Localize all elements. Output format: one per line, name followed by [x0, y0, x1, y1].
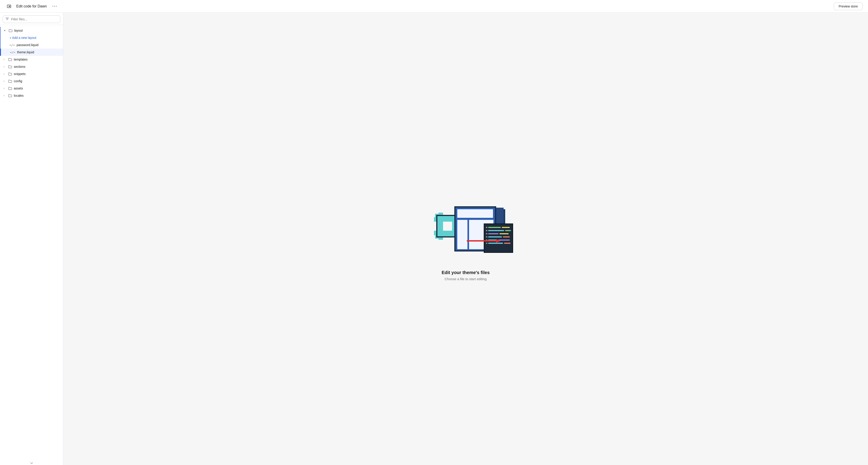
folder-icon-sections	[8, 65, 12, 68]
svg-rect-41	[503, 236, 510, 237]
svg-rect-32	[502, 227, 510, 228]
folder-snippets[interactable]: › snippets	[0, 70, 63, 77]
more-options-button[interactable]: ···	[51, 3, 59, 10]
svg-rect-27	[454, 206, 456, 252]
folder-sections-label: sections	[14, 65, 25, 68]
svg-rect-23	[457, 220, 467, 249]
theme-illustration	[418, 197, 513, 265]
svg-rect-33	[486, 230, 487, 231]
file-password-label: password.liquid	[17, 43, 38, 47]
add-layout-button[interactable]: + Add a new layout	[0, 34, 63, 41]
main-layout: ▾ layout + Add a new layout </> password…	[0, 13, 868, 465]
svg-rect-47	[504, 243, 510, 244]
file-theme-liquid[interactable]: </> theme.liquid	[0, 48, 63, 56]
scroll-down-indicator	[0, 461, 63, 465]
folder-layout: ▾ layout + Add a new layout </> password…	[0, 27, 63, 56]
folder-icon-assets	[8, 87, 12, 90]
folder-config[interactable]: › config	[0, 77, 63, 85]
svg-rect-44	[498, 239, 510, 241]
code-tag-icon-2: </>	[10, 51, 15, 54]
folder-sections[interactable]: › sections	[0, 63, 63, 70]
svg-rect-19	[436, 215, 437, 237]
main-heading: Edit your theme's files	[442, 270, 490, 275]
main-content-area: Edit your theme's files Choose a file to…	[63, 13, 868, 465]
folder-templates-label: templates	[14, 58, 28, 61]
folder-layout-toggle[interactable]: ▾ layout	[0, 27, 63, 34]
svg-rect-31	[488, 227, 501, 228]
folder-icon-config	[8, 79, 12, 83]
folder-locales[interactable]: › locales	[0, 92, 63, 99]
folder-config-label: config	[14, 79, 22, 83]
back-button[interactable]	[5, 3, 13, 10]
folder-layout-label: layout	[14, 29, 23, 32]
file-theme-label: theme.liquid	[17, 51, 34, 54]
svg-rect-35	[505, 230, 511, 231]
svg-rect-51	[513, 224, 513, 253]
svg-rect-38	[500, 233, 508, 234]
sidebar: ▾ layout + Add a new layout </> password…	[0, 13, 63, 465]
folder-icon-locales	[8, 94, 12, 97]
file-password-liquid[interactable]: </> password.liquid	[0, 41, 63, 48]
chevron-right-icon-3: ›	[4, 72, 6, 75]
folder-snippets-label: snippets	[14, 72, 26, 76]
svg-rect-48	[484, 224, 513, 224]
svg-rect-49	[484, 252, 513, 253]
search-input[interactable]	[3, 15, 60, 23]
svg-rect-7	[434, 217, 436, 222]
svg-rect-37	[488, 233, 498, 234]
header-left: Edit code for Dawn ···	[5, 3, 59, 10]
folder-assets-label: assets	[14, 87, 23, 90]
svg-rect-30	[486, 227, 487, 228]
svg-rect-50	[484, 224, 485, 253]
filter-icon	[5, 17, 9, 21]
chevron-right-icon-5: ›	[4, 87, 6, 90]
folder-icon-templates	[8, 58, 12, 61]
chevron-right-icon: ›	[4, 58, 6, 61]
svg-rect-25	[454, 206, 496, 207]
code-tag-icon: </>	[9, 43, 15, 47]
folder-open-icon	[8, 29, 12, 32]
svg-rect-6	[438, 237, 443, 240]
chevron-right-icon-2: ›	[4, 65, 6, 68]
add-layout-label: + Add a new layout	[9, 36, 36, 39]
file-tree: ▾ layout + Add a new layout </> password…	[0, 25, 63, 461]
svg-rect-9	[434, 231, 436, 235]
svg-rect-34	[488, 230, 504, 231]
svg-rect-46	[488, 243, 503, 244]
folder-locales-label: locales	[14, 94, 24, 97]
svg-rect-22	[457, 209, 493, 218]
folder-templates[interactable]: › templates	[0, 56, 63, 63]
illustration-svg	[418, 197, 513, 265]
chevron-right-icon-6: ›	[4, 94, 6, 97]
main-subheading: Choose a file to start editing	[445, 277, 487, 281]
chevron-right-icon-4: ›	[4, 79, 6, 83]
svg-rect-36	[486, 233, 487, 234]
folder-icon-snippets	[8, 72, 12, 76]
svg-rect-5	[438, 212, 443, 215]
app-header: Edit code for Dawn ··· Preview store	[0, 0, 868, 13]
page-title: Edit code for Dawn	[16, 4, 47, 8]
folder-assets[interactable]: › assets	[0, 85, 63, 92]
svg-rect-45	[486, 243, 487, 244]
svg-rect-16	[443, 222, 452, 231]
svg-rect-39	[486, 236, 487, 237]
preview-store-button[interactable]: Preview store	[834, 2, 863, 10]
svg-rect-40	[488, 236, 502, 237]
chevron-down-icon: ▾	[4, 29, 7, 32]
search-container	[0, 13, 63, 25]
